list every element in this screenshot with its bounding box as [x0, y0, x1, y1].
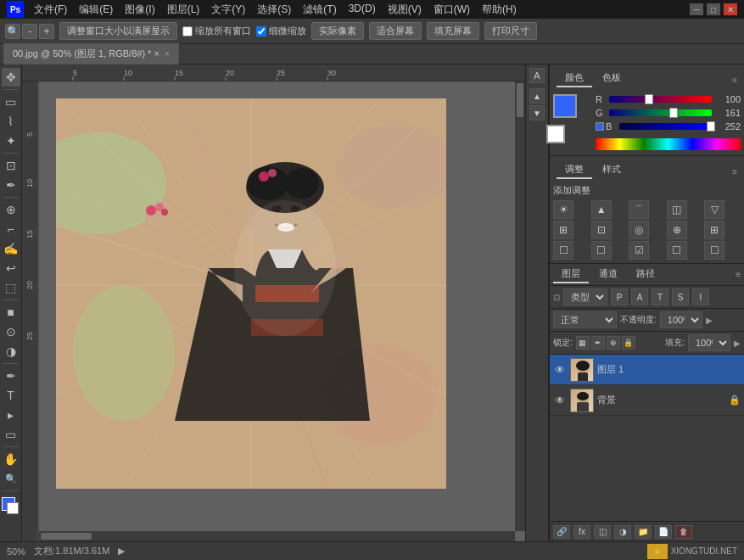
adj-exposure[interactable]: ◫ [667, 200, 687, 219]
color-picker-area[interactable] [2, 497, 20, 518]
close-button[interactable]: ✕ [724, 3, 737, 15]
tab-close-button[interactable]: × [165, 49, 170, 59]
tab-styles[interactable]: 样式 [594, 161, 629, 179]
filter-shape-btn[interactable]: S [672, 288, 689, 305]
menu-layer[interactable]: 图层(L) [162, 1, 205, 19]
foreground-color-swatch[interactable] [553, 94, 577, 118]
adj-brightness[interactable]: ☀ [553, 200, 573, 219]
menu-3d[interactable]: 3D(D) [344, 1, 381, 19]
blur-tool[interactable]: ⊙ [2, 322, 20, 341]
fit-screen-button[interactable]: 适合屏幕 [369, 22, 422, 40]
select-rect-tool[interactable]: ▭ [2, 92, 20, 111]
lock-transparency-btn[interactable]: ▦ [576, 336, 590, 350]
menu-select[interactable]: 选择(S) [252, 1, 296, 19]
eraser-tool[interactable]: ⬚ [2, 278, 20, 297]
menu-edit[interactable]: 编辑(E) [74, 1, 118, 19]
lock-all-btn[interactable]: 🔒 [622, 336, 635, 350]
shape-tool[interactable]: ▭ [2, 425, 20, 444]
filter-smart-btn[interactable]: I [692, 288, 709, 305]
all-windows-checkbox[interactable]: 缩放所有窗口 [182, 25, 251, 37]
document-tab[interactable]: 00.jpg @ 50% (图层 1, RGB/8#) * × × [3, 43, 179, 64]
zoom-in-button[interactable]: + [39, 24, 54, 39]
r-slider-thumb[interactable] [645, 94, 653, 104]
adj-color-balance[interactable]: ⊡ [591, 221, 612, 239]
adj-threshold[interactable]: ☑ [629, 241, 649, 260]
fill-screen-button[interactable]: 填充屏幕 [427, 22, 479, 40]
layer-type-select[interactable]: 类型 [563, 288, 607, 305]
maximize-button[interactable]: □ [707, 3, 720, 15]
history-tool[interactable]: ↩ [2, 259, 20, 277]
background-color-swatch[interactable] [546, 125, 565, 143]
adj-vibrance[interactable]: ▽ [704, 200, 724, 219]
adj-gradient-map[interactable]: ☐ [667, 241, 687, 260]
background-color[interactable] [7, 502, 19, 514]
add-mask-btn[interactable]: ◫ [594, 525, 611, 539]
tab-layers[interactable]: 图层 [553, 266, 589, 283]
hand-tool[interactable]: ✋ [2, 450, 20, 468]
gradient-tool[interactable]: ■ [2, 303, 20, 322]
layer-item-bg[interactable]: 👁 背景 🔒 [550, 385, 744, 416]
adj-curves[interactable]: ⌒ [629, 200, 649, 219]
filter-adj-btn[interactable]: A [631, 288, 648, 305]
tab-channels[interactable]: 通道 [590, 266, 626, 283]
wand-tool[interactable]: ✦ [2, 132, 20, 150]
lasso-tool[interactable]: ⌇ [2, 112, 20, 131]
layers-panel-menu[interactable]: ≡ [736, 270, 741, 279]
menu-image[interactable]: 图像(I) [120, 1, 159, 19]
adj-hue-sat[interactable]: ⊞ [553, 221, 573, 239]
tab-color[interactable]: 颜色 [557, 70, 592, 87]
adj-photo-filter[interactable]: ⊕ [667, 221, 687, 239]
lock-position-btn[interactable]: ⊕ [607, 336, 620, 350]
move-tool[interactable]: ✥ [2, 68, 20, 87]
delete-layer-btn[interactable]: 🗑 [675, 525, 692, 539]
layer-item-1[interactable]: 👁 图层 1 [550, 355, 744, 385]
fine-zoom-checkbox[interactable]: 细微缩放 [256, 25, 306, 37]
zoom-tool[interactable]: 🔍 [2, 469, 20, 488]
color-panel-menu[interactable]: ≡ [732, 76, 737, 85]
lock-pixels-btn[interactable]: ✒ [591, 336, 605, 350]
opacity-select[interactable]: 100% [660, 311, 702, 328]
actual-pixels-button[interactable]: 实际像素 [311, 22, 364, 40]
adj-levels[interactable]: ▲ [591, 200, 612, 219]
adj-posterize[interactable]: ☐ [591, 241, 612, 260]
layer-bg-visibility[interactable]: 👁 [553, 394, 567, 407]
clone-tool[interactable]: ✍ [2, 239, 20, 258]
print-size-button[interactable]: 打印尺寸 [484, 22, 537, 40]
link-layers-btn[interactable]: 🔗 [553, 525, 570, 539]
type-tool-side[interactable]: A [529, 68, 545, 83]
g-slider-track[interactable] [609, 109, 712, 116]
b-slider-track[interactable] [619, 123, 712, 130]
r-slider-track[interactable] [609, 96, 712, 103]
filter-type-btn[interactable]: T [652, 288, 668, 305]
layer-1-visibility[interactable]: 👁 [553, 363, 567, 377]
menu-text[interactable]: 文字(Y) [206, 1, 250, 19]
crop-tool[interactable]: ⊡ [2, 156, 20, 175]
dodge-tool[interactable]: ◑ [2, 342, 20, 361]
pen-tool[interactable]: ✒ [2, 367, 20, 385]
adj-channel-mixer[interactable]: ⊞ [704, 221, 724, 239]
new-layer-btn[interactable]: 📄 [655, 525, 672, 539]
minimize-button[interactable]: ─ [690, 3, 703, 15]
adj-panel-menu[interactable]: ≡ [732, 167, 737, 176]
text-tool[interactable]: T [2, 386, 20, 405]
tab-swatches[interactable]: 色板 [594, 70, 629, 87]
zoom-out-button[interactable]: - [22, 24, 37, 39]
menu-window[interactable]: 窗口(W) [428, 1, 475, 19]
blend-mode-select[interactable]: 正常 [553, 311, 617, 328]
h-scrollbar-thumb[interactable] [41, 533, 92, 540]
heal-tool[interactable]: ⊕ [2, 200, 20, 219]
adjust-window-button[interactable]: 调整窗口大小以满屏显示 [59, 22, 177, 40]
menu-file[interactable]: 文件(F) [29, 1, 72, 19]
adj-bw[interactable]: ◎ [629, 221, 649, 239]
fill-select[interactable]: 100% [688, 334, 730, 351]
adj-invert[interactable]: ☐ [553, 241, 573, 260]
nav-down-button[interactable]: ▼ [529, 105, 545, 120]
add-style-btn[interactable]: fx [573, 525, 590, 539]
fill-arrow[interactable]: ▶ [734, 339, 741, 348]
nav-up-button[interactable]: ▲ [529, 88, 545, 104]
menu-view[interactable]: 视图(V) [383, 1, 427, 19]
v-scrollbar[interactable] [515, 81, 525, 531]
b-slider-thumb[interactable] [707, 121, 715, 132]
tab-paths[interactable]: 路径 [628, 266, 663, 283]
path-sel-tool[interactable]: ▸ [2, 406, 20, 424]
